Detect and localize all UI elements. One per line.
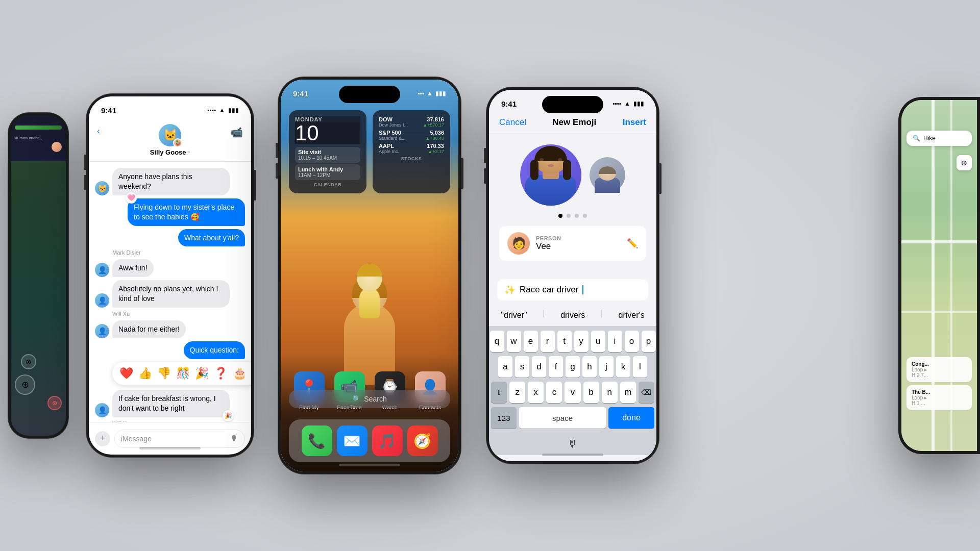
volume-up-button[interactable] [84,155,86,170]
power-button-home[interactable] [461,158,463,189]
key-q[interactable]: q [490,331,504,352]
volume-up-button-emoji[interactable] [484,148,486,163]
maps-card-2-distance: H 1.... [912,400,967,406]
homescreen-app: 9:41 ▪▪▪ ▲ ▮▮▮ MONDAY 10 [281,80,458,471]
tapback-heart[interactable]: ❤️ [119,367,133,380]
dock-music[interactable]: 🎵 [372,425,403,456]
keyboard-row-2: a s d f g h j k l [491,356,654,378]
emoji-insert-button[interactable]: Insert [623,117,646,128]
keyboard-mic-icon[interactable]: 🎙 [568,438,578,450]
key-v[interactable]: v [565,382,580,403]
key-m[interactable]: m [620,382,636,403]
emoji-person-edit-button[interactable]: ✏️ [627,238,638,249]
key-f[interactable]: f [549,356,563,378]
key-r[interactable]: r [541,331,555,352]
key-x[interactable]: x [528,382,544,403]
messages-add-button[interactable]: + [95,431,110,446]
messages-contact-avatar[interactable]: 🐱 🦆 [159,124,181,146]
emoji-dot-2 [567,214,571,218]
key-u[interactable]: u [591,331,605,352]
key-space[interactable]: space [519,407,606,429]
power-button[interactable] [254,170,256,201]
key-a[interactable]: a [498,356,512,378]
emoji-secondary-avatar[interactable] [590,157,625,193]
homescreen-search-bar[interactable]: 🔍 Search [289,390,450,408]
key-i[interactable]: i [608,331,622,352]
calendar-event-2: Lunch with Andy 11AM – 12PM [295,164,360,180]
emoji-search-text[interactable]: Race car driver [520,285,578,295]
tapback-thumbsup[interactable]: 👍 [138,367,152,380]
dock-compass[interactable]: 🧭 [407,425,438,456]
prediction-item-driver-quoted[interactable]: "driver" [493,309,535,322]
volume-up-button-home[interactable] [276,143,278,158]
key-w[interactable]: w [507,331,521,352]
stock-aapl-change: ▲+3.17 [427,149,444,154]
keyboard-row-4: 123 space done [491,407,654,429]
tapback-cake[interactable]: 🎂 [233,367,247,380]
key-done[interactable]: done [608,407,654,429]
key-n[interactable]: n [602,382,618,403]
stock-item-dow: DOW Dow Jones I... 37,816 ▲+570.17 [379,116,444,128]
dock-phone[interactable]: 📞 [302,425,332,456]
emoji-status-icons: ▪▪▪▪ ▲ ▮▮▮ [612,100,644,107]
emoji-screen: 9:41 ▪▪▪▪ ▲ ▮▮▮ Cancel New Emoji Insert [489,90,656,461]
key-delete[interactable]: ⌫ [639,382,654,403]
emoji-main-avatar[interactable] [520,144,581,206]
prediction-item-drivers[interactable]: drivers [552,309,593,322]
key-b[interactable]: b [583,382,599,403]
messages-contact-chevron: › [188,148,190,155]
key-t[interactable]: t [557,331,572,352]
dock-mail[interactable]: ✉️ [337,425,368,456]
key-l[interactable]: l [633,356,647,378]
tapback-question[interactable]: ❓ [214,367,228,380]
key-o[interactable]: o [625,331,639,352]
key-s[interactable]: s [515,356,529,378]
widgets-row: MONDAY 10 Site visit 10:15 – 10:45AM Lun… [289,110,450,193]
volume-down-button-home[interactable] [276,163,278,179]
stock-dow-name: DOW [379,116,408,122]
key-h[interactable]: h [582,356,597,378]
messages-status-bar: 9:41 ▪▪▪▪ ▲ ▮▮▮ [89,96,251,124]
key-shift[interactable]: ⇧ [491,382,507,403]
messages-status-icons: ▪▪▪▪ ▲ ▮▮▮ [207,107,239,114]
messages-back-button[interactable]: ‹ [97,126,100,136]
emoji-search-container[interactable]: ✨ Race car driver [497,279,648,300]
home-indicator-messages [139,447,201,449]
stock-aapl-detail: Apple Inc. [379,149,399,154]
messages-mic-icon[interactable]: 🎙 [230,434,238,443]
stock-dow-price: 37,816 ▲+570.17 [423,116,444,128]
tapback-party[interactable]: 🎉 [195,367,209,380]
key-g[interactable]: g [566,356,580,378]
dock-container: 📞 ✉️ 🎵 🧭 [289,419,450,462]
key-k[interactable]: k [616,356,630,378]
key-z[interactable]: z [509,382,525,403]
key-numbers[interactable]: 123 [491,407,517,429]
sent-message-group: Flying down to my sister's place to see … [95,198,245,226]
emoji-cancel-button[interactable]: Cancel [499,117,526,128]
key-j[interactable]: j [599,356,614,378]
maps-search-bar[interactable]: 🔍 Hike [906,131,972,146]
key-e[interactable]: e [524,331,538,352]
stocks-widget[interactable]: DOW Dow Jones I... 37,816 ▲+570.17 S&P 5… [373,110,450,193]
messages-input-field[interactable]: iMessage 🎙 [114,430,245,448]
messages-video-call-button[interactable]: 📹 [230,126,243,138]
message-bubble-aww: Aww fun! [112,259,154,277]
key-p[interactable]: p [642,331,656,352]
key-y[interactable]: y [574,331,589,352]
power-button-emoji[interactable] [659,163,662,194]
maps-location-button[interactable]: ⊕ [957,155,972,170]
volume-down-button-emoji[interactable] [484,168,486,184]
calendar-widget[interactable]: MONDAY 10 Site visit 10:15 – 10:45AM Lun… [289,110,366,193]
volume-down-button[interactable] [84,175,86,190]
tapback-confetti[interactable]: 🎊 [176,367,190,380]
calendar-event-1: Site visit 10:15 – 10:45AM [295,147,360,163]
key-d[interactable]: d [532,356,546,378]
tapback-picker[interactable]: ❤️ 👍 👎 🎊 🎉 ❓ 🎂 › [112,362,251,385]
tapback-thumbsdown[interactable]: 👎 [157,367,171,380]
key-c[interactable]: c [546,382,562,403]
keyboard-row-1: q w e r t y u i o p [491,331,654,352]
message-bubble-sent-2: What about y'all? [178,229,245,247]
dock-music-icon: 🎵 [372,425,403,456]
wallpaper-figures [281,283,458,385]
prediction-item-drivers-possessive[interactable]: driver's [610,309,653,322]
